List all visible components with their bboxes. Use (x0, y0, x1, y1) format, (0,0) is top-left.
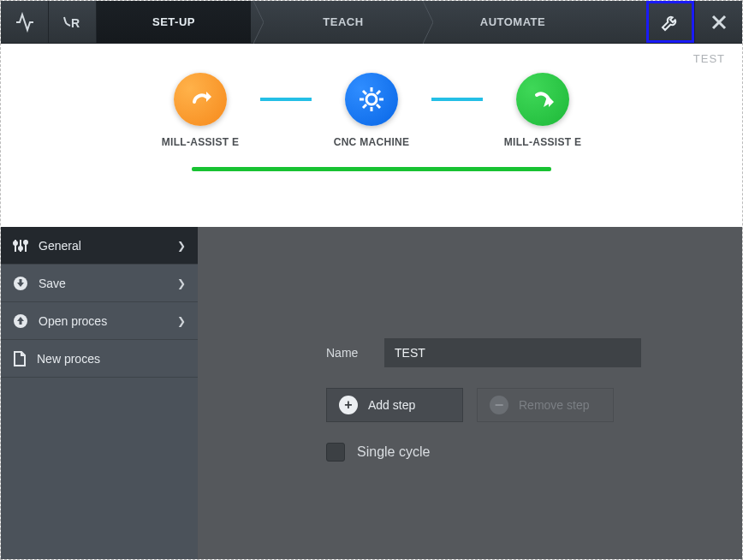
single-cycle-label: Single cycle (357, 444, 430, 460)
minus-icon: − (490, 396, 508, 414)
gear-icon (358, 86, 385, 113)
remove-step-button: − Remove step (477, 388, 614, 422)
single-cycle-row: Single cycle (326, 443, 742, 462)
tab-automate[interactable]: AUTOMATE (436, 1, 590, 43)
svg-marker-3 (206, 92, 211, 102)
settings-button[interactable] (646, 1, 694, 43)
remove-step-label: Remove step (519, 398, 589, 412)
wrench-icon (660, 12, 681, 33)
tab-chevron-1 (251, 1, 266, 43)
flow-node-dest-circle (516, 73, 569, 126)
step-buttons-row: + Add step − Remove step (326, 388, 742, 422)
workflow-tabs: SET-UP TEACH AUTOMATE (97, 1, 590, 43)
flow-node-source[interactable]: MILL-ASSIST E (140, 73, 260, 148)
lower-panel: General ❯ Save ❯ Open proces ❯ New proce… (1, 227, 742, 559)
sidebar: General ❯ Save ❯ Open proces ❯ New proce… (1, 227, 198, 559)
flow-node-machine[interactable]: CNC MACHINE (312, 73, 431, 148)
process-flow-panel: TEST MILL-ASSIST E CNC MACHINE MILL-ASSI… (1, 44, 742, 227)
sidebar-item-general[interactable]: General ❯ (1, 227, 198, 265)
flow-node-dest[interactable]: MILL-ASSIST E (483, 73, 603, 148)
content-panel: Name + Add step − Remove step Single cyc… (198, 227, 742, 559)
activity-button[interactable] (1, 1, 49, 43)
name-label: Name (326, 346, 369, 360)
svg-point-18 (14, 241, 17, 245)
flow-progress-bar (192, 167, 551, 171)
robot-icon: R (61, 14, 85, 31)
svg-line-9 (363, 91, 366, 94)
close-button[interactable] (694, 1, 742, 43)
tab-teach-label: TEACH (323, 15, 363, 28)
download-icon (13, 276, 28, 291)
project-name-label: TEST (693, 52, 725, 65)
sidebar-item-label: New proces (37, 352, 100, 366)
sidebar-item-label: General (39, 239, 81, 253)
top-bar: R SET-UP TEACH AUTOMATE (1, 1, 742, 44)
sliders-icon (13, 238, 28, 253)
add-step-button[interactable]: + Add step (326, 388, 463, 422)
tab-chevron-2 (420, 1, 436, 43)
svg-text:R: R (71, 16, 80, 30)
sidebar-item-open[interactable]: Open proces ❯ (1, 302, 198, 340)
svg-point-19 (19, 247, 22, 250)
tab-teach[interactable]: TEACH (266, 1, 420, 43)
chevron-right-icon: ❯ (177, 315, 186, 327)
svg-point-20 (24, 241, 27, 244)
flow-node-source-label: MILL-ASSIST E (162, 136, 240, 148)
plus-icon: + (339, 396, 358, 414)
flow-node-machine-circle (345, 73, 398, 126)
top-right-controls (646, 1, 742, 43)
single-cycle-checkbox[interactable] (326, 443, 345, 462)
file-icon (13, 351, 27, 366)
sidebar-item-save[interactable]: Save ❯ (1, 265, 198, 302)
flow-node-machine-label: CNC MACHINE (334, 136, 410, 148)
close-icon (710, 14, 728, 31)
svg-line-11 (363, 104, 366, 108)
tab-automate-label: AUTOMATE (480, 15, 545, 28)
tab-setup[interactable]: SET-UP (97, 1, 251, 43)
tab-setup-label: SET-UP (152, 15, 195, 28)
svg-point-4 (366, 94, 377, 104)
flow-node-source-circle (174, 73, 227, 126)
flow-node-dest-label: MILL-ASSIST E (504, 136, 582, 148)
name-input[interactable] (384, 338, 641, 367)
activity-icon (15, 12, 35, 33)
svg-marker-14 (549, 97, 554, 107)
arrow-out-icon (187, 86, 213, 112)
flow-connector-1 (260, 98, 312, 101)
svg-line-10 (377, 104, 380, 108)
sidebar-item-new[interactable]: New proces (1, 340, 198, 378)
sidebar-item-label: Open proces (39, 314, 107, 328)
top-spacer (590, 1, 646, 43)
arrow-in-icon (530, 86, 556, 112)
chevron-right-icon: ❯ (177, 277, 186, 289)
add-step-label: Add step (368, 398, 415, 412)
flow-connector-2 (431, 98, 483, 101)
svg-line-12 (377, 91, 380, 94)
sidebar-item-label: Save (39, 277, 66, 290)
upload-icon (13, 313, 28, 329)
robot-button[interactable]: R (49, 1, 97, 43)
chevron-right-icon: ❯ (177, 240, 186, 252)
name-row: Name (326, 338, 742, 367)
